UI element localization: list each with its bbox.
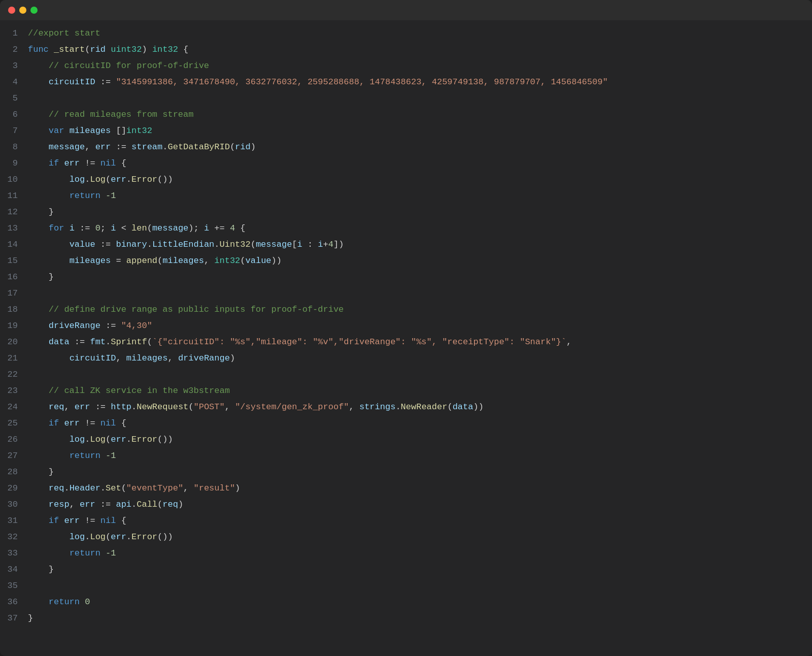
line-number: 4 [0,74,28,90]
code-content [28,90,812,107]
code-content: resp, err := api.Call(req) [28,497,812,513]
code-line: 12 } [0,204,812,220]
line-number: 34 [0,562,28,578]
line-number: 37 [0,610,28,627]
title-bar [0,0,812,20]
line-number: 17 [0,285,28,302]
line-number: 15 [0,253,28,269]
line-number: 7 [0,123,28,139]
code-content: //export start [28,25,812,42]
code-editor: 1 //export start 2 func _start(rid uint3… [0,20,812,632]
code-content: var mileages []int32 [28,123,812,139]
line-number: 32 [0,529,28,545]
line-number: 22 [0,367,28,383]
code-content: log.Log(err.Error()) [28,172,812,188]
code-content: circuitID := "3145991386, 3471678490, 36… [28,74,812,90]
window: 1 //export start 2 func _start(rid uint3… [0,0,812,656]
close-button[interactable] [8,7,15,14]
line-number: 10 [0,172,28,188]
code-content [28,578,812,594]
code-line: 5 [0,90,812,107]
code-line: 28 } [0,464,812,480]
code-line: 2 func _start(rid uint32) int32 { [0,42,812,58]
code-line: 10 log.Log(err.Error()) [0,172,812,188]
code-line: 15 mileages = append(mileages, int32(val… [0,253,812,269]
code-content: log.Log(err.Error()) [28,529,812,545]
code-content: func _start(rid uint32) int32 { [28,42,812,58]
code-content [28,285,812,302]
code-content: } [28,464,812,480]
code-line: 29 req.Header.Set("eventType", "result") [0,480,812,497]
line-number: 12 [0,204,28,220]
code-line: 32 log.Log(err.Error()) [0,529,812,545]
line-number: 3 [0,58,28,74]
code-content: } [28,204,812,220]
line-number: 11 [0,188,28,204]
line-number: 14 [0,237,28,253]
code-line: 35 [0,578,812,594]
line-number: 26 [0,432,28,448]
minimize-button[interactable] [19,7,26,14]
code-content: // circuitID for proof-of-drive [28,58,812,74]
code-line: 19 driveRange := "4,30" [0,318,812,334]
code-content: for i := 0; i < len(message); i += 4 { [28,220,812,237]
code-line: 37 } [0,610,812,627]
line-number: 8 [0,139,28,155]
code-content: if err != nil { [28,513,812,529]
code-line: 3 // circuitID for proof-of-drive [0,58,812,74]
code-content: driveRange := "4,30" [28,318,812,334]
code-content: circuitID, mileages, driveRange) [28,350,812,367]
line-number: 2 [0,42,28,58]
code-line: 25 if err != nil { [0,415,812,432]
maximize-button[interactable] [30,7,38,14]
code-line: 16 } [0,269,812,285]
code-content: value := binary.LittleEndian.Uint32(mess… [28,237,812,253]
code-line: 21 circuitID, mileages, driveRange) [0,350,812,367]
line-number: 9 [0,155,28,172]
code-content: // call ZK service in the w3bstream [28,383,812,399]
line-number: 20 [0,334,28,350]
line-number: 23 [0,383,28,399]
line-number: 31 [0,513,28,529]
code-content: log.Log(err.Error()) [28,432,812,448]
code-line: 23 // call ZK service in the w3bstream [0,383,812,399]
line-number: 16 [0,269,28,285]
code-line: 13 for i := 0; i < len(message); i += 4 … [0,220,812,237]
code-content: return 0 [28,594,812,610]
line-number: 33 [0,545,28,562]
code-line: 4 circuitID := "3145991386, 3471678490, … [0,74,812,90]
code-line: 14 value := binary.LittleEndian.Uint32(m… [0,237,812,253]
code-content: if err != nil { [28,415,812,432]
line-number: 28 [0,464,28,480]
code-line: 22 [0,367,812,383]
line-number: 25 [0,415,28,432]
code-content: return -1 [28,188,812,204]
line-number: 1 [0,25,28,42]
line-number: 21 [0,350,28,367]
code-content: data := fmt.Sprintf(`{"circuitID": "%s",… [28,334,812,350]
code-line: 24 req, err := http.NewRequest("POST", "… [0,399,812,415]
code-content: } [28,269,812,285]
code-line: 31 if err != nil { [0,513,812,529]
code-line: 6 // read mileages from stream [0,107,812,123]
line-number: 6 [0,107,28,123]
code-line: 18 // define drive range as public input… [0,302,812,318]
line-number: 24 [0,399,28,415]
code-content: // read mileages from stream [28,107,812,123]
code-line: 34 } [0,562,812,578]
code-content: req, err := http.NewRequest("POST", "/sy… [28,399,812,415]
code-line: 36 return 0 [0,594,812,610]
code-content: message, err := stream.GetDataByRID(rid) [28,139,812,155]
line-number: 30 [0,497,28,513]
line-number: 35 [0,578,28,594]
code-line: 17 [0,285,812,302]
code-content: // define drive range as public inputs f… [28,302,812,318]
code-content: req.Header.Set("eventType", "result") [28,480,812,497]
line-number: 18 [0,302,28,318]
line-number: 13 [0,220,28,237]
code-line: 27 return -1 [0,448,812,464]
line-number: 29 [0,480,28,497]
code-line: 7 var mileages []int32 [0,123,812,139]
code-content: } [28,610,812,627]
code-line: 8 message, err := stream.GetDataByRID(ri… [0,139,812,155]
